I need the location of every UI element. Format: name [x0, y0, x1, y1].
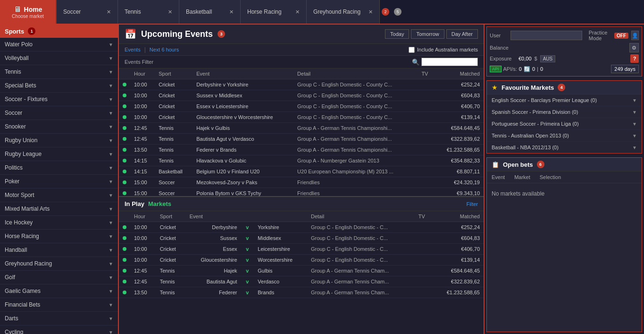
- favourites-title: Favourite Markets: [502, 84, 554, 91]
- table-row[interactable]: 15:00 Soccer Mezokovesd-Zsory v Paks Fri…: [119, 177, 484, 188]
- api-value: 0: [519, 66, 522, 72]
- sidebar-item-motor-sport[interactable]: Motor Sport ▼: [0, 188, 118, 202]
- star-icon: ★: [492, 84, 498, 91]
- user-avatar-icon[interactable]: 👤: [631, 31, 639, 40]
- table-row[interactable]: 10:00 Cricket Derbyshire v Yorkshire Gro…: [119, 222, 484, 233]
- sidebar-item-poker[interactable]: Poker ▼: [0, 175, 118, 188]
- sidebar-item-rugby-league[interactable]: Rugby League ▼: [0, 147, 118, 161]
- table-row[interactable]: 10:00 Cricket Essex v Leicestershire Gro…: [119, 244, 484, 255]
- sidebar-item-rugby-union[interactable]: Rugby Union ▼: [0, 134, 118, 147]
- calendar-icon: 📅: [125, 28, 136, 40]
- inplay-markets-label: Markets: [148, 200, 171, 207]
- sidebar-item-water-polo[interactable]: Water Polo ▼: [0, 38, 118, 51]
- table-row[interactable]: 10:00 Cricket Gloucestershire v Worceste…: [119, 112, 484, 123]
- inplay-filter-link[interactable]: Filter: [467, 201, 478, 207]
- tab-badge-5: 5: [391, 0, 404, 24]
- tab-horse-racing[interactable]: Horse Racing ✕: [241, 0, 307, 24]
- settings-icon[interactable]: ⚙: [629, 43, 639, 52]
- sidebar-item-greyhound-racing[interactable]: Greyhound Racing ▼: [0, 257, 118, 271]
- help-button[interactable]: ?: [630, 54, 639, 63]
- openbets-title: Open bets: [503, 161, 533, 168]
- include-markets-checkbox[interactable]: [409, 47, 415, 53]
- sidebar-item-snooker[interactable]: Snooker ▼: [0, 120, 118, 134]
- tab-basketball[interactable]: Basketball ✕: [179, 0, 241, 24]
- dollar-icon: $: [535, 56, 537, 61]
- toggle-off-badge[interactable]: OFF: [614, 33, 628, 39]
- sidebar-item-cycling[interactable]: Cycling ▼: [0, 325, 118, 334]
- user-section: User Practice Mode OFF 👤 Balance ⚙ Expos…: [486, 26, 642, 77]
- fav-item-2[interactable]: Spanish Soccer - Primera Division (0) ▼: [487, 106, 642, 118]
- chevron-down-icon: ▼: [109, 275, 113, 280]
- fav-item-3[interactable]: Portuguese Soccer - Primeira Liga (0) ▼: [487, 118, 642, 130]
- table-row[interactable]: 13:50 Tennis Federer v Brands Group A - …: [119, 287, 484, 298]
- sidebar-item-mma[interactable]: Mixed Martial Arts ▼: [0, 202, 118, 216]
- table-row[interactable]: 12:45 Tennis Bautista Agut v Verdasco Gr…: [119, 276, 484, 287]
- tab-tennis[interactable]: Tennis ✕: [118, 0, 179, 24]
- sidebar-item-gaelic-games[interactable]: Gaelic Games ▼: [0, 284, 118, 298]
- separator: |: [144, 46, 146, 53]
- table-row[interactable]: 13:50 Tennis Federer v Brands Group A - …: [119, 145, 484, 155]
- table-row[interactable]: 15:00 Soccer Polonia Bytom v GKS Tychy F…: [119, 188, 484, 197]
- close-icon[interactable]: ✕: [168, 9, 172, 15]
- home-tab-subtitle: Choose market: [12, 14, 44, 19]
- exposure-value: €0,00: [519, 56, 532, 61]
- table-row[interactable]: 10:00 Cricket Gloucestershire v Worceste…: [119, 255, 484, 265]
- sidebar-item-handball[interactable]: Handball ▼: [0, 243, 118, 257]
- sidebar-item-horse-racing[interactable]: Horse Racing ▼: [0, 230, 118, 243]
- chevron-down-icon: ▼: [109, 152, 113, 157]
- sidebar-item-golf[interactable]: Golf ▼: [0, 271, 118, 284]
- sidebar-item-ice-hockey[interactable]: Ice Hockey ▼: [0, 216, 118, 230]
- sidebar-item-tennis[interactable]: Tennis ▼: [0, 65, 118, 79]
- table-row[interactable]: 10:00 Cricket Sussex v Middlesex Group C…: [119, 233, 484, 244]
- table-row[interactable]: 10:00 Cricket Essex v Leicestershire Gro…: [119, 101, 484, 112]
- day-after-button[interactable]: Day After: [446, 29, 478, 39]
- col-market-label: Market: [514, 174, 530, 180]
- next-6-hours-link[interactable]: Next 6 hours: [150, 47, 179, 52]
- tab-soccer[interactable]: Soccer ✕: [57, 0, 118, 24]
- user-label: User: [490, 33, 508, 38]
- filter-bar: Events Filter 🔍: [119, 56, 484, 69]
- close-icon[interactable]: ✕: [368, 9, 373, 15]
- table-row[interactable]: 12:45 Tennis Hajek v Gulbis Group A - Ge…: [119, 123, 484, 134]
- sidebar-item-soccer[interactable]: Soccer ▼: [0, 106, 118, 120]
- fav-item-5[interactable]: Basketball - NBA 2012/13 (0) ▼: [487, 142, 642, 153]
- table-row[interactable]: 12:45 Tennis Bautista Agut v Verdasco Gr…: [119, 134, 484, 145]
- table-row[interactable]: 12:45 Tennis Hajek v Gulbis Group A - Ge…: [119, 265, 484, 276]
- close-icon[interactable]: ✕: [107, 9, 111, 15]
- filter-input[interactable]: [421, 58, 478, 66]
- chevron-down-icon: ▼: [109, 220, 113, 225]
- sidebar-item-politics[interactable]: Politics ▼: [0, 161, 118, 175]
- sidebar-item-soccer-fixtures[interactable]: Soccer - Fixtures ▼: [0, 93, 118, 106]
- today-button[interactable]: Today: [385, 29, 409, 39]
- chevron-down-icon: ▼: [109, 302, 113, 308]
- sidebar-item-volleyball[interactable]: Volleyball ▼: [0, 51, 118, 65]
- fav-item-4[interactable]: Tennis - Australian Open 2013 (0) ▼: [487, 130, 642, 142]
- close-icon[interactable]: ✕: [229, 9, 234, 15]
- sidebar-item-financial-bets[interactable]: Financial Bets ▼: [0, 298, 118, 312]
- chevron-down-icon: ▼: [109, 179, 113, 184]
- table-row[interactable]: 14:15 Tennis Hlavackova v Golubic Group …: [119, 155, 484, 166]
- chevron-down-icon: ▼: [109, 138, 113, 143]
- chevron-down-icon: ▼: [109, 56, 113, 61]
- inplay-title: In Play: [125, 200, 144, 207]
- days-badge: 249 days: [611, 65, 639, 73]
- bets-icon: 📋: [492, 161, 499, 168]
- table-row[interactable]: 10:00 Cricket Derbyshire v Yorkshire Gro…: [119, 79, 484, 90]
- table-row[interactable]: 14:15 Basketball Belgium U20 v Finland U…: [119, 166, 484, 177]
- user-input[interactable]: [510, 31, 582, 40]
- close-icon[interactable]: ✕: [295, 9, 300, 15]
- sync-value: 0: [532, 66, 535, 72]
- tab-greyhound-racing[interactable]: Greyhound Racing ✕: [307, 0, 380, 24]
- fav-item-1[interactable]: English Soccer - Barclays Premier League…: [487, 94, 642, 106]
- chevron-down-icon: ▼: [109, 248, 113, 253]
- table-row[interactable]: 10:00 Cricket Sussex v Middlesex Group C…: [119, 90, 484, 101]
- chevron-down-icon: ▼: [109, 83, 113, 88]
- sidebar-item-darts[interactable]: Darts ▼: [0, 312, 118, 325]
- sidebar-item-special-bets[interactable]: Special Bets ▼: [0, 79, 118, 93]
- upcoming-events-table: Hour Sport Event Detail TV Matched 10:00…: [119, 69, 484, 196]
- tomorrow-button[interactable]: Tomorrow: [411, 29, 444, 39]
- events-link[interactable]: Events: [125, 47, 141, 52]
- home-tab[interactable]: 🖥 Home Choose market: [0, 0, 57, 24]
- currency-button[interactable]: AUS: [540, 55, 556, 62]
- center-panel: 📅 Upcoming Events 3 Today Tomorrow Day A…: [119, 25, 484, 334]
